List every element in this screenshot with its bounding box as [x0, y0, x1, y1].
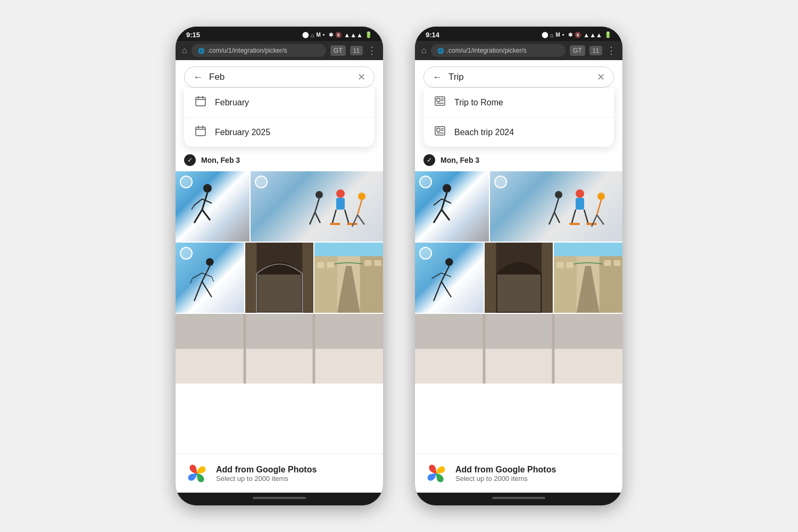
svg-rect-46 — [318, 262, 325, 268]
svg-line-35 — [190, 278, 193, 284]
tab-btn-right[interactable]: 11 — [589, 46, 602, 55]
svg-line-14 — [192, 205, 194, 210]
svg-line-33 — [192, 273, 202, 278]
svg-point-71 — [555, 191, 562, 198]
search-clear-left[interactable]: ✕ — [358, 71, 365, 83]
url-box-right[interactable]: 🌐 .com/u/1/integration/picker/s — [431, 44, 566, 57]
svg-line-69 — [434, 199, 442, 205]
url-text-left: .com/u/1/integration/picker/s — [207, 47, 320, 54]
svg-line-28 — [358, 215, 364, 225]
menu-dots-right[interactable]: ⋮ — [606, 45, 616, 56]
banner-title-left: Add from Google Photos — [216, 465, 317, 475]
home-indicator-right — [415, 493, 622, 505]
home-icon-left[interactable]: ⌂ — [182, 46, 187, 55]
svg-line-16 — [315, 198, 319, 212]
bottom-banner-right[interactable]: Add from Google Photos Select up to 2000… — [415, 454, 622, 493]
photo-arch-right[interactable] — [485, 243, 553, 313]
svg-rect-105 — [415, 314, 622, 349]
dropdown-item-0-left[interactable]: February — [184, 88, 375, 118]
svg-rect-0 — [196, 97, 205, 106]
svg-rect-79 — [569, 223, 580, 225]
phone-right: 9:14 ⬤ ⌂ M • ✱ 🔇 ▲▲▲ 🔋 ⌂ 🌐 .com/u/1/inte… — [415, 27, 622, 505]
date-check-left[interactable]: ✓ — [184, 154, 196, 166]
svg-rect-92 — [485, 243, 496, 313]
select-circle-2-right[interactable] — [494, 176, 507, 188]
content-right: ← Trip ✕ Trip to Rome — [415, 60, 622, 493]
photo-ski-group-right[interactable] — [490, 171, 622, 242]
url-box-left[interactable]: 🌐 .com/u/1/integration/picker/s — [192, 44, 326, 57]
search-dropdown-right: Trip to Rome Beach trip 2024 — [423, 88, 614, 147]
select-circle-1-left[interactable] — [180, 176, 193, 188]
banner-title-right: Add from Google Photos — [455, 465, 556, 475]
translate-btn-left[interactable]: GT — [330, 45, 346, 56]
svg-line-31 — [194, 281, 202, 301]
svg-point-29 — [206, 258, 214, 266]
search-back-right[interactable]: ← — [433, 72, 442, 83]
photo-ski-1-left[interactable] — [176, 171, 250, 242]
svg-rect-47 — [327, 262, 334, 268]
svg-line-78 — [584, 210, 588, 225]
svg-rect-39 — [302, 243, 313, 313]
svg-line-87 — [434, 281, 442, 301]
dropdown-item-1-left[interactable]: February 2025 — [184, 118, 375, 147]
photo-ski-jump-right[interactable] — [415, 243, 484, 313]
url-text-right: .com/u/1/integration/picker/s — [447, 47, 559, 54]
date-check-right[interactable]: ✓ — [423, 154, 435, 166]
photo-street-right[interactable] — [554, 243, 622, 313]
svg-rect-99 — [554, 243, 622, 256]
svg-rect-102 — [604, 260, 611, 266]
photo-ski-group-left[interactable] — [251, 171, 383, 242]
bottom-banner-left[interactable]: Add from Google Photos Select up to 2000… — [176, 454, 383, 493]
time-left: 9:15 — [186, 31, 200, 39]
photo-partial-right[interactable] — [415, 314, 622, 384]
svg-line-17 — [310, 212, 315, 225]
photo-row-3-left — [176, 314, 383, 384]
svg-rect-20 — [336, 198, 345, 210]
home-indicator-left — [176, 493, 383, 505]
svg-line-84 — [597, 215, 604, 225]
svg-line-36 — [212, 277, 214, 281]
svg-line-32 — [202, 281, 212, 297]
gp-icon-right — [426, 463, 447, 484]
svg-rect-4 — [196, 127, 205, 136]
photo-street-left[interactable] — [314, 243, 383, 313]
translate-btn-right[interactable]: GT — [570, 45, 585, 56]
menu-dots-left[interactable]: ⋮ — [367, 45, 377, 56]
gp-icon-left — [186, 463, 207, 484]
search-clear-right[interactable]: ✕ — [597, 71, 605, 83]
select-circle-2-left[interactable] — [255, 176, 268, 188]
banner-text-right: Add from Google Photos Select up to 2000… — [455, 465, 556, 483]
svg-line-10 — [194, 210, 202, 223]
select-circle-1-right[interactable] — [419, 176, 432, 188]
svg-line-74 — [554, 212, 560, 223]
dropdown-label-1-left: February 2025 — [215, 128, 270, 137]
date-label-left: Mon, Feb 3 — [201, 156, 240, 164]
tab-btn-left[interactable]: 11 — [350, 46, 363, 55]
date-label-right: Mon, Feb 3 — [440, 156, 479, 164]
search-dropdown-left: February February 2025 — [184, 88, 375, 147]
svg-rect-101 — [567, 262, 573, 268]
photo-ski-jump-left[interactable] — [176, 243, 244, 313]
svg-rect-45 — [314, 243, 383, 256]
photo-partial-left[interactable] — [176, 314, 383, 384]
search-box-right: ← Trip ✕ — [423, 66, 614, 88]
search-container-left: ← Feb ✕ February — [176, 60, 383, 147]
search-value-left[interactable]: Feb — [209, 72, 351, 82]
svg-rect-49 — [375, 260, 381, 266]
search-back-left[interactable]: ← — [193, 72, 203, 83]
photo-arch-left[interactable] — [245, 243, 314, 313]
dropdown-item-1-right[interactable]: Beach trip 2024 — [423, 118, 614, 147]
dropdown-item-0-right[interactable]: Trip to Rome — [423, 88, 614, 118]
svg-rect-38 — [245, 243, 256, 313]
svg-line-12 — [194, 199, 202, 205]
search-value-right[interactable]: Trip — [448, 72, 591, 82]
svg-point-75 — [576, 189, 584, 198]
photo-ski-1-right[interactable] — [415, 171, 489, 242]
home-icon-right[interactable]: ⌂ — [421, 46, 427, 55]
svg-point-65 — [443, 184, 451, 193]
svg-rect-52 — [176, 348, 383, 384]
photo-row-1-right — [415, 171, 622, 243]
dropdown-label-0-right: Trip to Rome — [454, 98, 503, 107]
svg-line-72 — [554, 198, 559, 212]
status-bar-left: 9:15 ⬤ ⌂ M • ✱ 🔇 ▲▲▲ 🔋 — [176, 27, 383, 41]
